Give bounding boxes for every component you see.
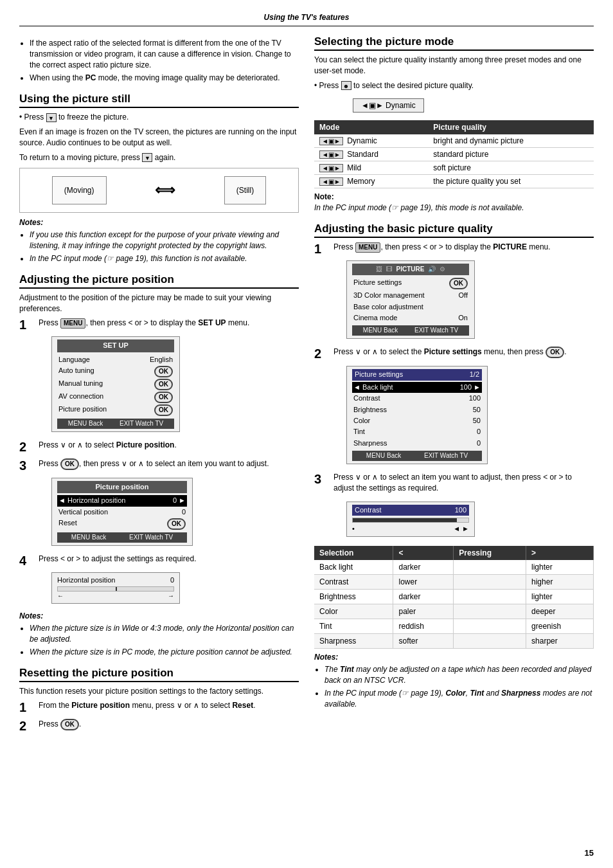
menu-row-3d-color: 3D Color managementOff xyxy=(352,290,469,301)
intro-bullet-1: If the aspect ratio of the selected form… xyxy=(30,38,299,70)
table-row: Brightness darker lighter xyxy=(314,590,594,604)
quality-step-3: 3 Press ∨ or ∧ to select an item you wan… xyxy=(314,472,594,541)
reset-position-title: Resetting the picture position xyxy=(19,667,299,682)
basic-quality-title: Adjusting the basic picture quality xyxy=(314,222,594,238)
page-number: 15 xyxy=(585,848,594,858)
quality-col-header: Picture quality xyxy=(428,120,594,134)
ps-row-contrast: Contrast100 xyxy=(352,393,482,404)
picture-mode-table: Mode Picture quality ◄▣► Dynamic bright … xyxy=(314,120,594,188)
picture-position-title: Adjusting the picture position xyxy=(19,273,299,289)
quality-note-2: In the PC input mode (☞ page 19), Color,… xyxy=(324,688,594,710)
ps-row-brightness: Brightness50 xyxy=(352,404,482,415)
intro-bullet-2: When using the PC mode, the moving image… xyxy=(30,73,299,84)
moving-label: (Moving) xyxy=(52,176,107,204)
table-row: ◄▣► Standard standard picture xyxy=(314,148,594,161)
header-title: Using the TV's features xyxy=(264,13,350,22)
menu-row-language: LanguageEnglish xyxy=(57,354,174,365)
position-notes: When the picture size is in Wide or 4:3 … xyxy=(30,623,299,657)
quality-notes-label: Notes: xyxy=(314,653,594,662)
quality-step-1: 1 Press MENU, then press < or > to displ… xyxy=(314,242,594,343)
section-picture-mode: Selecting the picture mode You can selec… xyxy=(314,35,594,213)
menu-row-auto-tuning: Auto tuningOK xyxy=(57,365,174,378)
menu-row-horizontal: ◄ Horizontal position0 ► xyxy=(57,495,187,506)
selection-table: Selection < Pressing > Back light darker… xyxy=(314,546,594,649)
picture-still-title: Using the picture still xyxy=(19,93,299,108)
picture-position-menu-box: Picture position ◄ Horizontal position0 … xyxy=(51,478,193,546)
play-icon: ▼ xyxy=(142,153,152,162)
picture-mode-title: Selecting the picture mode xyxy=(314,35,594,51)
quality-step-2: 2 Press ∨ or ∧ to select the Picture set… xyxy=(314,347,594,468)
left-column: If the aspect ratio of the selected form… xyxy=(19,35,299,743)
section-basic-quality: Adjusting the basic picture quality 1 Pr… xyxy=(314,222,594,709)
position-step-3: 3 Press OK, then press ∨ or ∧ to select … xyxy=(19,458,299,550)
dynamic-badge: ◄▣► Dynamic xyxy=(353,98,424,113)
menu-row-av-connection: AV connectionOK xyxy=(57,391,174,404)
reset-step-2: 2 Press OK. xyxy=(19,719,299,734)
table-row: ◄▣► Mild soft picture xyxy=(314,161,594,175)
col-selection: Selection xyxy=(314,546,393,560)
position-step-4: 4 Press < or > to adjust the settings as… xyxy=(19,554,299,608)
menu-row-base-color: Base color adjustment xyxy=(352,302,469,312)
col-pressing: Pressing xyxy=(454,546,526,560)
picture-still-para2: To return to a moving picture, press ▼ a… xyxy=(19,152,299,163)
page-header: Using the TV's features xyxy=(19,13,594,26)
table-row: ◄▣► Dynamic bright and dynamic picture xyxy=(314,134,594,148)
picture-still-para1: Even if an image is frozen on the TV scr… xyxy=(19,127,299,149)
mode-col-header: Mode xyxy=(314,120,428,134)
section-picture-still: Using the picture still • Press ▼ to fre… xyxy=(19,93,299,264)
col-more: > xyxy=(526,546,594,560)
picture-mode-note: In the PC input mode (☞ page 19), this m… xyxy=(314,203,594,213)
menu-row-vertical: Vertical position0 xyxy=(57,507,187,518)
still-moving-diagram: (Moving) ⟺ (Still) xyxy=(19,168,299,213)
position-notes-label: Notes: xyxy=(19,611,299,620)
picture-still-bullet: • Press ▼ to freeze the picture. xyxy=(19,112,299,123)
col-less: < xyxy=(393,546,454,560)
quality-note-1: The Tint may only be adjusted on a tape … xyxy=(324,664,594,686)
menu-row-picture-position: Picture positionOK xyxy=(57,404,174,417)
ok-button: OK xyxy=(60,458,79,470)
ok-button-reset: OK xyxy=(60,719,79,730)
section-reset-position: Resetting the picture position This func… xyxy=(19,667,299,735)
menu-row-picture-settings: Picture settingsOK xyxy=(352,277,469,290)
picture-mode-para: You can select the picture quality insta… xyxy=(314,55,594,77)
picture-position-para: Adjustment to the position of the pictur… xyxy=(19,293,299,314)
menu-btn-1: MENU xyxy=(355,242,380,253)
contrast-bar-box: Contrast 100 • ◄ ► xyxy=(346,502,475,538)
reset-position-para: This function resets your picture positi… xyxy=(19,686,299,697)
position-step-2: 2 Press ∨ or ∧ to select Picture positio… xyxy=(19,440,299,455)
picture-still-note-2: In the PC input mode (☞ page 19), this f… xyxy=(30,253,299,264)
position-note-1: When the picture size is in Wide or 4:3 … xyxy=(30,623,299,645)
menu-row-manual-tuning: Manual tuningOK xyxy=(57,378,174,391)
picture-still-note-1: If you use this function except for the … xyxy=(30,230,299,251)
table-row: ◄▣► Memory the picture quality you set xyxy=(314,175,594,188)
diagram-arrow: ⟺ xyxy=(155,182,175,199)
position-step-1: 1 Press MENU, then press < or > to displ… xyxy=(19,318,299,436)
ps-row-tint: Tint0 xyxy=(352,426,482,437)
still-label: (Still) xyxy=(224,176,266,204)
picture-settings-box: Picture settings 1/2 ◄ Back light100 ► C… xyxy=(346,366,488,464)
picture-mode-note-label: Note: xyxy=(314,192,594,201)
picture-still-notes: If you use this function except for the … xyxy=(30,230,299,264)
contrast-bar xyxy=(352,518,469,523)
table-row: Contrast lower higher xyxy=(314,575,594,590)
intro-bullets: If the aspect ratio of the selected form… xyxy=(30,38,299,84)
table-row: Color paler deeper xyxy=(314,604,594,619)
menu-row-cinema-mode: Cinema modeOn xyxy=(352,312,469,323)
ok-btn-2: OK xyxy=(546,347,564,358)
press-text: Press < or > to adjust the settings as r… xyxy=(39,554,299,565)
position-note-2: When the picture size is in PC mode, the… xyxy=(30,647,299,658)
picture-still-notes-label: Notes: xyxy=(19,218,299,227)
two-column-layout: If the aspect ratio of the selected form… xyxy=(19,35,594,743)
page: Using the TV's features If the aspect ra… xyxy=(0,0,613,868)
section-picture-position: Adjusting the picture position Adjustmen… xyxy=(19,273,299,658)
reset-step-1: 1 From the Picture position menu, press … xyxy=(19,700,299,715)
menu-row-reset: ResetOK xyxy=(57,518,187,530)
picture-mode-bullet: • Press ☻ to select the desired picture … xyxy=(314,80,594,91)
ps-row-sharpness: Sharpness0 xyxy=(352,438,482,449)
table-row: Sharpness softer sharper xyxy=(314,634,594,649)
table-row: Back light darker lighter xyxy=(314,560,594,575)
picture-menu-box: 🖼 🎞 PICTURE 🔊 ⚙ Picture settingsOK 3D Co… xyxy=(346,260,475,339)
horizontal-position-bar: Horizontal position 0 ← → xyxy=(51,572,180,604)
ps-row-color: Color50 xyxy=(352,415,482,426)
quality-notes: The Tint may only be adjusted on a tape … xyxy=(324,664,594,709)
